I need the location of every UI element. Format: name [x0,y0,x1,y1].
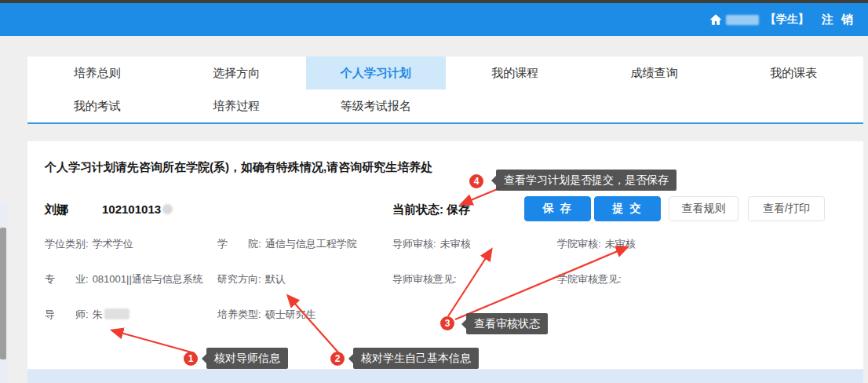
step-badge-3: 3 [440,316,454,330]
save-button[interactable]: 保 存 [524,196,591,221]
field-college-opinion: 学院审核意见: [557,272,625,286]
field-mentor-review: 导师审核:未审核 [392,237,471,251]
redacted-username [726,15,759,25]
field-college: 学 院:通信与信息工程学院 [217,237,357,251]
tab-grade-query[interactable]: 成绩查询 [585,57,724,89]
view-print-button[interactable]: 查看/打印 [748,196,825,221]
redacted-id-digit [162,204,173,214]
nav-tabs-card: 培养总则 选择方向 个人学习计划 我的课程 成绩查询 我的课表 我的考试 培养过… [27,57,863,124]
study-plan-card: 个人学习计划请先咨询所在学院(系)，如确有特殊情况,请咨询研究生培养处 刘娜 1… [27,141,863,369]
step-badge-2: 2 [330,352,345,366]
tab-training-rules[interactable]: 培养总则 [27,57,167,89]
tab-personal-study-plan[interactable]: 个人学习计划 [306,57,446,89]
next-section-header-strip [27,370,863,383]
tooltip-check-mentor-info: 核对导师信息 [206,348,288,369]
tooltip-view-submit-or-saved: 查看学习计划是否提交，是否保存 [496,170,677,191]
tab-training-process[interactable]: 培养过程 [167,89,307,122]
home-icon[interactable] [709,13,723,27]
nav-row-2: 我的考试 培养过程 等级考试报名 [27,89,863,122]
field-mentor: 导 师:朱 [45,308,129,322]
tooltip-view-review-status: 查看审核状态 [466,313,548,334]
field-mentor-opinion: 导师审核意见: [392,272,461,286]
field-college-review: 学院审核:未审核 [557,237,636,251]
logout-button[interactable]: 注 销 [822,13,855,27]
view-rules-button[interactable]: 查看规则 [669,196,739,221]
current-status: 当前状态: 保存 [392,202,470,217]
left-scrollbar-thumb[interactable] [0,228,6,359]
current-status-value: 保存 [447,202,470,216]
tab-my-courses[interactable]: 我的课程 [446,57,585,89]
app-header: 【学生】 注 销 [0,3,868,36]
redacted-mentor-name [104,308,129,319]
field-research-direction: 研究方向:默认 [217,272,286,286]
field-train-type: 培养类型:硕士研究生 [217,308,316,322]
field-degree-type: 学位类别:学术学位 [45,237,133,251]
tab-my-exams[interactable]: 我的考试 [27,89,167,122]
plan-notice-text: 个人学习计划请先咨询所在学院(系)，如确有特殊情况,请咨询研究生培养处 [45,160,432,175]
nav-row-1: 培养总则 选择方向 个人学习计划 我的课程 成绩查询 我的课表 [27,57,863,89]
user-role-label: 【学生】 [765,13,809,27]
step-badge-1: 1 [184,352,198,366]
student-id-value: 102101013 [102,202,161,216]
student-id: 102101013 [102,202,173,216]
tooltip-check-student-info: 核对学生自己基本信息 [353,348,479,369]
step-badge-4: 4 [469,174,483,188]
student-name: 刘娜 [45,202,68,217]
tab-choose-direction[interactable]: 选择方向 [167,57,307,89]
current-status-label: 当前状态: [392,202,443,216]
tab-my-timetable[interactable]: 我的课表 [724,57,864,89]
submit-button[interactable]: 提 交 [594,196,661,221]
tab-level-exam-signup[interactable]: 等级考试报名 [306,89,446,122]
field-major: 专 业:081001||通信与信息系统 [45,272,203,286]
